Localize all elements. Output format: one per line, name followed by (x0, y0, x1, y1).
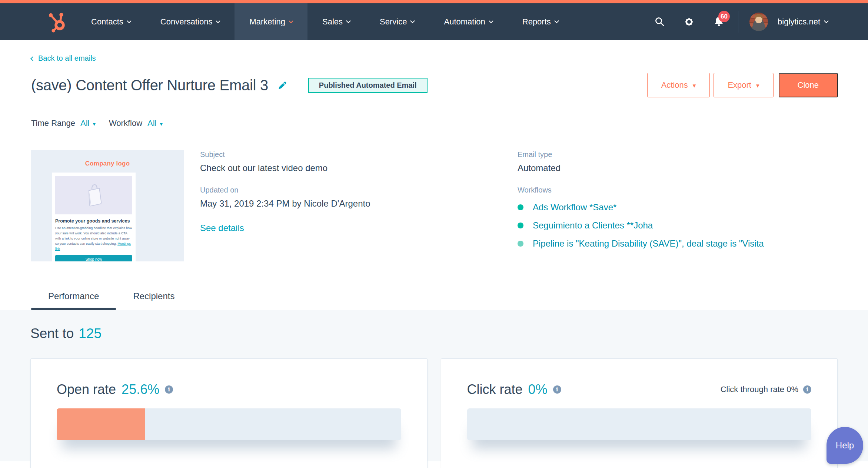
click-through-rate-label: Click through rate 0% (721, 385, 798, 394)
nav-item-label: Reports (522, 17, 551, 27)
export-button[interactable]: Export (714, 73, 773, 97)
chevron-down-icon (289, 19, 293, 23)
chevron-left-icon (30, 56, 35, 61)
preview-shop-now-button: Shop now (55, 255, 132, 261)
nav-item-conversations[interactable]: Conversations (146, 3, 235, 40)
workflows-list: Ads Workflow *Save* Seguimiento a Client… (518, 202, 777, 249)
nav-divider (738, 11, 738, 33)
workflows-label: Workflows (518, 186, 777, 194)
back-link[interactable]: Back to all emails (31, 54, 96, 63)
subject-label: Subject (200, 150, 501, 159)
export-button-label: Export (728, 80, 751, 90)
nav-item-label: Conversations (160, 17, 213, 27)
shopping-bag-icon (82, 181, 105, 209)
account-menu[interactable]: biglytics.net (778, 17, 828, 27)
workflow-status-dot (518, 241, 523, 247)
info-icon[interactable] (553, 385, 561, 394)
time-range-filter-value[interactable]: All (80, 118, 96, 128)
hubspot-logo[interactable] (47, 3, 67, 40)
back-link-label: Back to all emails (38, 54, 96, 63)
click-rate-label: Click rate (467, 382, 523, 397)
nav-item-reports[interactable]: Reports (508, 3, 573, 40)
caret-down-icon (693, 80, 696, 90)
preview-hero-image (55, 176, 132, 214)
workflow-link[interactable]: Seguimiento a Clientes **Joha (533, 220, 653, 231)
open-rate-bar-fill (57, 408, 145, 440)
actions-button[interactable]: Actions (647, 73, 710, 97)
account-name: biglytics.net (778, 17, 820, 27)
top-nav: Contacts Conversations Marketing Sales S… (0, 0, 868, 40)
chevron-down-icon (824, 19, 829, 23)
workflow-link[interactable]: Pipeline is "Keating Disability (SAVE)",… (533, 238, 764, 249)
caret-down-icon (756, 80, 759, 90)
sent-to-count: 125 (79, 326, 102, 341)
performance-section: Sent to 125 Open rate 25.6% Click rate 0… (0, 310, 868, 461)
status-badge: Published Automated Email (308, 78, 428, 93)
info-icon[interactable] (803, 385, 811, 394)
workflow-status-dot (518, 223, 523, 228)
tab-recipients[interactable]: Recipients (116, 291, 192, 310)
updated-on-value: May 31, 2019 2:34 PM by Nicole D'Argento (200, 198, 501, 209)
subject-value: Check out our latest video demo (200, 163, 501, 173)
nav-item-service[interactable]: Service (365, 3, 429, 40)
email-preview-thumbnail[interactable]: Company logo Promote your goods and serv… (31, 150, 184, 261)
hubspot-sprocket-icon (47, 11, 67, 33)
chevron-down-icon (410, 19, 415, 23)
chevron-down-icon (489, 19, 493, 23)
nav-right-cluster: 60 biglytics.net (654, 3, 868, 40)
workflow-selected: All (147, 118, 156, 128)
email-type-value: Automated (518, 163, 777, 173)
workflow-status-dot (518, 204, 523, 210)
preview-email-card: Promote your goods and services Use an a… (52, 173, 136, 261)
page-title: (save) Content Offer Nurture Email 3 (31, 77, 268, 94)
nav-item-automation[interactable]: Automation (429, 3, 507, 40)
open-rate-label: Open rate (57, 382, 116, 397)
preview-heading: Promote your goods and services (55, 218, 132, 224)
caret-down-icon (93, 118, 96, 128)
chevron-down-icon (346, 19, 351, 23)
chevron-down-icon (554, 19, 559, 23)
time-range-filter-label: Time Range (31, 118, 75, 128)
nav-item-marketing[interactable]: Marketing (235, 3, 307, 40)
settings-gear-icon[interactable] (684, 16, 695, 27)
search-icon[interactable] (654, 16, 665, 27)
workflow-item: Ads Workflow *Save* (518, 202, 777, 213)
avatar[interactable] (749, 13, 768, 31)
sent-to-label: Sent to (30, 326, 74, 341)
email-meta-column: Subject Check out our latest video demo … (200, 150, 501, 261)
nav-item-sales[interactable]: Sales (307, 3, 365, 40)
email-type-column: Email type Automated Workflows Ads Workf… (518, 150, 777, 261)
nav-item-label: Marketing (249, 17, 285, 27)
click-rate-value: 0% (528, 382, 548, 397)
open-rate-progress-bar (57, 408, 401, 440)
tab-performance[interactable]: Performance (31, 291, 116, 310)
updated-on-label: Updated on (200, 186, 501, 194)
click-rate-card: Click rate 0% Click through rate 0% (441, 358, 838, 468)
email-type-label: Email type (518, 150, 777, 159)
time-range-selected: All (80, 118, 89, 128)
workflow-filter-value[interactable]: All (147, 118, 163, 128)
edit-pencil-icon[interactable] (277, 80, 287, 90)
preview-body-text: Use an attention-grabbing headline that … (55, 225, 132, 251)
clone-button[interactable]: Clone (779, 73, 838, 97)
see-details-link[interactable]: See details (200, 223, 244, 233)
caret-down-icon (160, 118, 163, 128)
open-rate-card: Open rate 25.6% (30, 358, 428, 468)
actions-button-label: Actions (661, 80, 688, 90)
nav-item-label: Service (380, 17, 407, 27)
workflow-item: Seguimiento a Clientes **Joha (518, 220, 777, 231)
nav-item-contacts[interactable]: Contacts (76, 3, 146, 40)
tab-bar: Performance Recipients (0, 261, 868, 310)
nav-item-label: Contacts (91, 17, 123, 27)
workflow-item: Pipeline is "Keating Disability (SAVE)",… (518, 238, 777, 249)
nav-item-label: Automation (444, 17, 485, 27)
click-rate-progress-bar (467, 408, 812, 440)
open-rate-value: 25.6% (122, 382, 159, 397)
help-button[interactable]: Help (827, 427, 863, 464)
info-icon[interactable] (165, 385, 173, 394)
notifications-bell-icon[interactable]: 60 (713, 16, 725, 27)
workflow-link[interactable]: Ads Workflow *Save* (533, 202, 616, 213)
nav-item-label: Sales (322, 17, 343, 27)
notification-count-badge: 60 (718, 11, 730, 22)
preview-company-logo-text: Company logo (31, 160, 184, 167)
